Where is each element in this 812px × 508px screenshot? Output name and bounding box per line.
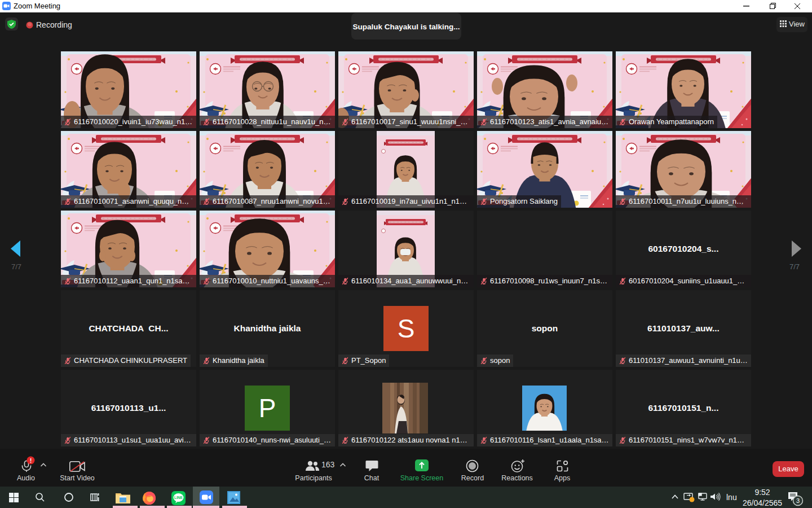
svg-text:!: !: [30, 457, 32, 464]
svg-text:3: 3: [796, 497, 800, 504]
svg-text:LINE: LINE: [174, 496, 183, 500]
